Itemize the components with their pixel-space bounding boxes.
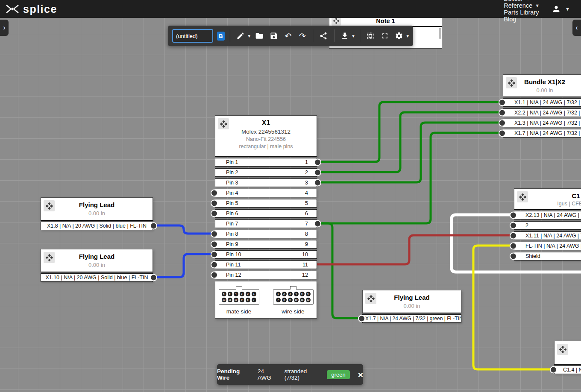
c14-row[interactable]: C1.4 | N/ [554,366,581,374]
pin-row[interactable]: Pin 3 3 [215,178,317,187]
pending-wire-gauge: 24 AWG [258,368,276,381]
pin-row[interactable]: Pin 10 10 [215,250,317,259]
x1-mpn: Molex 2245561312 [215,129,317,135]
fit-view-button[interactable] [379,30,390,41]
c1-node: C1 Igus | CFBUS-0 X2.13 | N/A | 24 AWG |… [514,188,581,262]
mate-side-label: mate side [219,308,259,315]
c14-node: C1.4 | N/ [554,341,581,376]
move-handle[interactable] [506,77,517,88]
lead-row[interactable]: X1.8 | N/A | 20 AWG | Solid | blue | FL-… [41,222,153,230]
pending-wire-color-badge[interactable]: green [327,370,349,379]
settings-button[interactable] [394,30,405,41]
pin-cavity: 3 [288,292,293,296]
pin-row[interactable]: Pin 8 8 [215,230,317,238]
pin-row[interactable]: Pin 2 2 [215,168,317,177]
splice-logo[interactable]: splice [0,4,57,15]
bundle-node: Bundle X1|X2 0.00 in X1.1 | N/A | 24 AWG… [503,74,581,139]
move-handle[interactable] [365,293,376,304]
note-scrollbar[interactable] [439,28,441,39]
lead-row[interactable]: X1.7 | N/A | 24 AWG | 7/32 | green | FL-… [362,314,461,323]
wire-green-pin7-flying-lead[interactable] [317,223,361,318]
pin-row[interactable]: Pin 7 7 [215,219,317,228]
project-title-input[interactable] [172,29,213,43]
lead-row[interactable]: X1.10 | N/A | 20 AWG | Solid | blue | FL… [41,273,153,282]
flying-lead-3-header: Flying Lead 0.00 in [362,290,461,313]
wire-red-pin11-c1[interactable] [317,235,513,264]
undo-button[interactable]: ↶ [283,30,293,41]
flying-lead-3-length: 0.00 in [363,303,461,312]
pin-row[interactable]: Pin 1 1 [215,158,317,167]
c1-row[interactable]: X2.13 | N/A | 24 AWG | 7/ [514,211,581,219]
pin-row[interactable]: Pin 12 12 [215,271,317,279]
open-button[interactable] [254,30,265,41]
toolbar-divider [313,29,313,42]
mate-side-drawing: 654321121110987 [219,289,259,305]
move-icon [333,18,340,24]
toolbar-divider [360,29,360,42]
pin-cavity: 10 [234,298,238,302]
wire-green-pin7-bundle[interactable] [317,133,502,223]
download-dropdown-caret[interactable]: ▾ [352,33,355,39]
bundle-row[interactable]: X1.3 | N/A | 24 AWG | 7/32 | g [503,119,581,127]
select-all-button[interactable] [365,30,376,41]
c1-row[interactable]: X1.11 | N/A | 24 AWG | 7/ [514,231,581,240]
x1-shape: rectangular | male pins [215,143,317,149]
bundle-row[interactable]: X1.7 | N/A | 24 AWG | 7/32 | gr [503,129,581,137]
wire-side-view: 123456789101112 wire side [273,281,314,318]
pin-row[interactable]: Pin 6 6 [215,209,317,218]
nav-menu-item[interactable]: Reference▼ [504,2,540,9]
fit-screen-icon [381,32,389,40]
pending-wire-strand: stranded (7/32) [285,368,319,381]
share-button[interactable] [318,30,329,41]
wire-green-pin2-bundle[interactable] [317,112,502,172]
nav-menu-item[interactable]: Blog▼ [504,16,540,23]
wire-yellow-c1-c14[interactable] [473,246,553,369]
move-handle[interactable] [218,118,229,129]
pin-cavity: 12 [306,298,311,302]
c1-row[interactable]: 2 [514,221,581,230]
move-handle[interactable] [557,344,568,355]
beta-badge[interactable]: B [217,32,225,41]
pin-cavity: 7 [276,298,281,302]
x1-title: X1 [215,116,317,127]
move-icon [220,120,228,128]
undo-icon: ↶ [285,32,291,40]
save-button[interactable] [269,30,279,41]
close-icon[interactable]: × [358,370,363,379]
pin-row[interactable]: Pin 4 4 [215,189,317,197]
toolbar-divider [230,29,230,42]
pin-cavity: 6 [222,292,226,296]
wire-green-pin3-bundle[interactable] [317,123,502,182]
c1-header: C1 Igus | CFBUS-0 [514,188,581,210]
pencil-icon [236,32,245,40]
wire-blue-x18-pin8[interactable] [153,225,214,234]
folder-icon [255,32,264,40]
x1-pin-rows: Pin 1 1 Pin 2 2 Pin 3 3 Pin 4 4 Pin 5 5 … [215,158,317,279]
bundle-header: Bundle X1|X2 0.00 in [503,74,581,97]
pin-row[interactable]: Pin 9 9 [215,240,317,249]
c1-row[interactable]: Shield [514,252,581,260]
pin-cavity: 9 [240,298,244,302]
wire-blue-x110-pin10[interactable] [153,254,214,277]
user-menu[interactable]: ▼ [552,4,570,14]
edit-button[interactable] [235,30,246,41]
move-handle[interactable] [44,252,55,263]
pin-row[interactable]: Pin 11 11 [215,260,317,269]
bundle-row[interactable]: X1.1 | N/A | 24 AWG | 7/32 | g [503,98,581,107]
edit-dropdown-caret[interactable]: ▾ [248,33,250,39]
move-handle[interactable] [44,200,55,211]
c1-row[interactable]: FL-TIN | N/A | 24 AWG | 7/ [514,242,581,250]
download-button[interactable] [340,30,350,41]
move-icon [559,345,567,354]
nav-menu-item[interactable]: Parts Library▼ [504,9,540,16]
pin-row[interactable]: Pin 5 5 [215,199,317,208]
pin-cavity: 5 [300,292,305,296]
left-panel-expand-tab[interactable]: › [0,20,9,36]
pending-wire-label: Pending Wire [217,368,249,381]
download-icon [340,32,349,40]
select-all-icon [366,32,375,40]
move-handle[interactable] [517,191,528,202]
settings-dropdown-caret[interactable]: ▾ [406,33,409,39]
redo-button[interactable]: ↷ [297,30,308,41]
bundle-row[interactable]: X2.2 | N/A | 24 AWG | 7/32 | g [503,108,581,117]
